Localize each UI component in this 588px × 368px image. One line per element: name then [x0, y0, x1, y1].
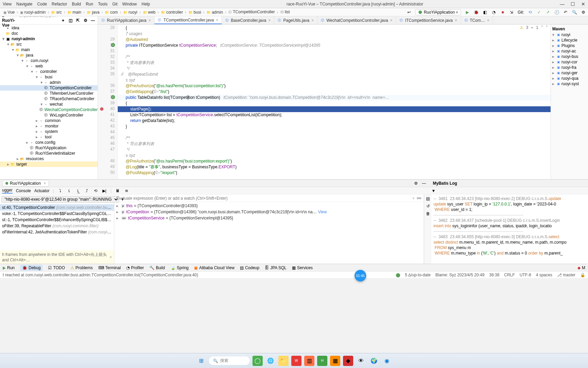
code-line[interactable]: private ITCompetitionService tCompetitio… — [118, 43, 551, 48]
taskbar-app-6[interactable]: 👁 — [356, 356, 366, 366]
variable-row[interactable]: ▸p this = {TCompetitionController@14393} — [114, 203, 424, 209]
close-tab-icon[interactable]: × — [311, 18, 314, 23]
tree-node[interactable]: ⒸWechatCompetitionController — [0, 107, 98, 112]
evaluate-icon[interactable]: 🖩 — [115, 188, 120, 194]
project-collapse-icon[interactable]: ⇱ — [75, 18, 81, 23]
variable-row[interactable]: ▸oo tCompetitionService = {TCompetitionS… — [114, 215, 424, 221]
actuator-tab[interactable]: Actuator — [34, 188, 50, 193]
vars-delete-icon[interactable]: 🗑 — [425, 211, 431, 216]
drop-frame-icon[interactable]: ⟲ — [93, 188, 98, 194]
breadcrumb-item[interactable]: ▣ ruoyi-admin — [19, 10, 47, 15]
step-into-icon[interactable]: ⤹ — [66, 188, 72, 194]
code-line[interactable]: return getDataTable(list); — [118, 118, 551, 124]
prev-highlight-icon[interactable]: ˄ — [541, 25, 543, 30]
close-tab-icon[interactable]: × — [390, 18, 392, 23]
tree-node[interactable]: ▸▫system — [0, 129, 98, 134]
tree-node[interactable]: ▸▫monitor — [0, 123, 98, 129]
tree-node[interactable]: ▸▫tool — [0, 134, 98, 140]
tool-alibaba[interactable]: ▣Alibaba Cloud View — [194, 265, 234, 270]
taskbar-start-icon[interactable]: ⊞ — [196, 356, 206, 366]
git-commit-icon[interactable]: ✓ — [536, 10, 542, 15]
code-line[interactable]: public TableDataInfo list(TCompetition t… — [118, 95, 551, 101]
debug-hide-icon[interactable]: — — [421, 181, 427, 186]
close-tab-icon[interactable]: × — [148, 18, 151, 23]
tree-node[interactable]: ▾▫com.ruoyi — [0, 58, 98, 63]
profile-icon[interactable]: ◔ — [491, 10, 496, 15]
breadcrumb-item[interactable]: 📁 web — [142, 10, 157, 15]
taskbar-app-7[interactable]: 🌍 — [369, 356, 379, 366]
code-line[interactable]: startPage(); — [118, 106, 551, 112]
tree-node[interactable]: ▸▫common — [0, 118, 98, 123]
tool-profiler[interactable]: ◔Profiler — [126, 265, 144, 270]
code-line[interactable]: List<TCompetition> list = tCompetitionSe… — [118, 112, 551, 118]
editor-tab[interactable]: ⒸTCompetitionController.java× — [154, 16, 222, 24]
stop-icon[interactable]: ■ — [500, 10, 505, 15]
timer-overlay-badge[interactable]: 01:45 — [355, 270, 366, 281]
taskbar-search[interactable]: 🔍 搜索 — [209, 356, 250, 365]
stack-frame[interactable]: oFilterInternal:42, JwtAuthenticationTok… — [0, 229, 114, 235]
git-history-icon[interactable]: 🕘 — [554, 10, 559, 15]
editor-tab[interactable]: ⒸRuoYiApplication.java× — [98, 16, 154, 24]
maven-node[interactable]: ▸▣Plugins — [552, 43, 587, 48]
code-line[interactable]: 7 usages — [118, 31, 551, 37]
git-update-icon[interactable]: ⟲ — [527, 10, 533, 15]
code-line[interactable]: /** — [118, 54, 551, 60]
status-indent[interactable]: 4 spaces — [536, 273, 552, 277]
step-over-icon[interactable]: ⤵ — [58, 188, 63, 194]
thread-selector[interactable]: "http-nio-8080-exec-9"@12,540 in group "… — [1, 196, 119, 203]
status-caret-pos[interactable]: 38:38 — [489, 273, 500, 277]
evaluate-input[interactable] — [116, 196, 411, 201]
tree-node[interactable]: ⒸWxLoginController — [0, 112, 98, 118]
vars-restore-icon[interactable]: ↺ — [425, 203, 431, 209]
code-line[interactable]: // @RepeatSubmit — [118, 72, 551, 77]
close-tab-icon[interactable]: × — [268, 18, 271, 23]
menu-refactor[interactable]: Refactor — [52, 2, 67, 6]
project-tree[interactable]: ▪idea📁doc▾▣ruoyi-admin▾📂src▾📁main▾📂java▾… — [0, 25, 98, 179]
tree-node[interactable]: ⒸTRaceSchemaController — [0, 96, 98, 102]
tool-terminal[interactable]: ⌨Terminal — [98, 265, 121, 270]
breadcrumb-item[interactable]: 📁 java — [85, 10, 101, 15]
tool-mybatis-indicator[interactable]: ◆M — [577, 265, 585, 270]
code-line[interactable]: * 导出赛事列表 — [118, 141, 551, 147]
trace-icon[interactable]: ≋ — [124, 188, 129, 194]
maven-node[interactable]: ▸▣ruoyi-ger — [552, 70, 587, 76]
maven-node[interactable]: ▸▣ruoyi-qua — [552, 76, 587, 81]
tool-debug[interactable]: 🐞Debug — [20, 265, 43, 271]
breadcrumb-item[interactable]: 📁 admin — [205, 10, 224, 15]
force-step-into-icon[interactable]: ⤹̲ — [75, 188, 81, 194]
search-everywhere-icon[interactable]: 🔍 — [572, 10, 577, 15]
project-hide-icon[interactable]: — — [90, 18, 96, 23]
breadcrumb-item[interactable]: 📁 controller — [160, 10, 184, 15]
taskbar-app-4[interactable]: ▦ — [330, 356, 340, 366]
add-watch-icon[interactable]: ＋ — [411, 196, 416, 201]
tool-problems[interactable]: ⚠Problems — [70, 265, 93, 270]
taskbar-chrome[interactable]: 🌐 — [265, 356, 276, 366]
tree-node[interactable]: ▸▫core.config — [0, 140, 98, 145]
project-settings-icon[interactable]: ⚙ — [83, 18, 88, 23]
frames-hint-close-icon[interactable]: × — [110, 255, 112, 260]
code-line[interactable]: ± syz — [118, 77, 551, 83]
menu-help[interactable]: Help — [142, 2, 150, 6]
window-minimize[interactable]: — — [560, 1, 565, 7]
tree-node[interactable]: ▸📁target — [0, 162, 98, 167]
menu-window[interactable]: Window — [122, 2, 137, 6]
watch-settings-icon[interactable]: 👓 — [416, 196, 422, 201]
tree-node[interactable]: ▾▫wechat — [0, 102, 98, 107]
maven-tool-window[interactable]: Maven ▾▣ruoyi▸▣Lifecycle▸▣Plugins▸▣ruoyi… — [551, 25, 588, 179]
breadcrumb-item[interactable]: 📁 src — [50, 10, 63, 15]
code-line[interactable]: @Log(title = "赛事", businessType = Busine… — [118, 164, 551, 170]
code-line[interactable]: } — [118, 124, 551, 129]
close-tab-icon[interactable]: × — [487, 18, 489, 23]
breadcrumb-item[interactable]: ▣ Vue — [2, 10, 16, 15]
debug-settings-icon[interactable]: ⚙ — [413, 181, 419, 186]
stack-frame[interactable]: st:-1, TCompetitionController$$EnhancerB… — [0, 217, 114, 223]
maven-node[interactable]: ▸▣Lifecycle — [552, 37, 587, 43]
code-line[interactable]: */ — [118, 147, 551, 153]
status-encoding[interactable]: UTF-8 — [520, 273, 531, 277]
code-line[interactable]: @GetMapping(©~"/list") — [118, 89, 551, 95]
tool-services[interactable]: ▦Services — [292, 265, 313, 270]
status-changes[interactable]: 5 ∆/up-to-date — [405, 273, 430, 277]
window-close[interactable]: ✕ — [581, 1, 585, 7]
tree-node[interactable]: ▾📁main — [0, 47, 98, 52]
taskbar-app-1[interactable]: ◯ — [252, 356, 263, 366]
